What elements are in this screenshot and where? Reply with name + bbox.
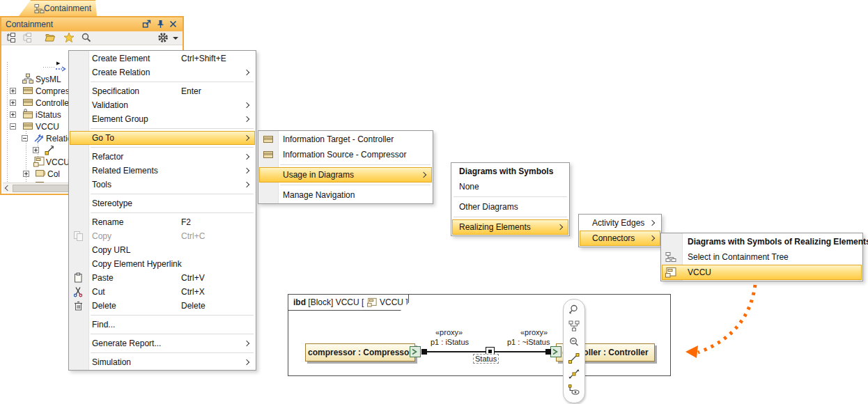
dependencies-icon[interactable] — [568, 368, 580, 380]
menu-item-go-to[interactable]: Go To — [70, 131, 255, 145]
float-icon[interactable] — [142, 20, 152, 29]
search-icon[interactable] — [81, 32, 92, 43]
expander-minus[interactable] — [22, 135, 28, 141]
smart-manipulator-toolbar — [563, 299, 585, 403]
open-folder-icon[interactable] — [45, 32, 56, 43]
right-port-label[interactable]: p1 : ~iStatus — [507, 338, 550, 346]
menu-separator — [70, 313, 255, 318]
expander-plus[interactable] — [33, 147, 39, 153]
item-flow-icon — [56, 61, 67, 72]
menu-item-other-diagrams[interactable]: Other Diagrams — [452, 199, 568, 215]
menu-item-label: Information Target - Controller — [283, 134, 394, 144]
compressor-proxy-port[interactable] — [410, 346, 421, 357]
menu-item-paste[interactable]: PasteCtrl+V — [70, 271, 255, 285]
right-port-stereotype: «proxy» — [520, 328, 548, 336]
pin-icon[interactable] — [156, 20, 166, 29]
menu-item-label: VCCU — [688, 267, 711, 277]
menu-item-tools[interactable]: Tools — [70, 178, 255, 192]
menu-item-cut[interactable]: CutCtrl+X — [70, 285, 255, 299]
menu-item-label: Delete — [92, 301, 116, 311]
zoom-selection-icon[interactable] — [568, 304, 580, 316]
menu-item-label: Information Source - Compressor — [283, 150, 406, 160]
expander-plus[interactable] — [23, 171, 29, 177]
menu-item-realizing-elements[interactable]: Realizing Elements — [452, 219, 568, 235]
menu-item-label: Select in Containment Tree — [688, 252, 789, 262]
menu-header-diagrams-with-symbols: Diagrams with Symbols — [452, 164, 568, 179]
expander-plus[interactable] — [10, 100, 16, 106]
flow-label-status[interactable]: Status — [473, 354, 499, 364]
menu-item-label: Find... — [92, 320, 115, 329]
scroll-left-icon[interactable] — [5, 185, 10, 191]
expander-plus[interactable] — [10, 88, 16, 94]
menu-item-information-target[interactable]: Information Target - Controller — [259, 132, 432, 147]
menu-item-manage-navigation[interactable]: Manage Navigation — [259, 187, 432, 203]
realizing-elements-submenu: Activity Edges Connectors — [578, 214, 662, 247]
usage-in-diagrams-icon[interactable] — [568, 320, 580, 332]
menu-item-specification[interactable]: SpecificationEnter — [70, 84, 255, 98]
panel-toolbar — [1, 31, 183, 45]
close-icon[interactable] — [169, 20, 178, 29]
submenu-arrow-icon — [244, 135, 249, 141]
connectors-submenu: Diagrams with Symbols of Realizing Eleme… — [660, 233, 863, 281]
menu-item-vccu-diagram[interactable]: VCCU — [662, 265, 862, 280]
menu-item-validation[interactable]: Validation — [70, 98, 255, 112]
expander-minus[interactable] — [10, 123, 16, 130]
zoom-out-icon[interactable] — [568, 336, 580, 348]
submenu-arrow-icon — [244, 168, 249, 173]
menu-item-element-group[interactable]: Element Group — [70, 112, 255, 126]
menu-item-simulation[interactable]: Simulation — [70, 355, 255, 369]
path-endpoints-icon[interactable] — [568, 352, 580, 364]
submenu-arrow-icon — [649, 235, 655, 241]
show-hide-parts-icon[interactable] — [568, 384, 580, 396]
menu-item-select-in-containment-tree[interactable]: Select in Containment Tree — [662, 249, 862, 265]
block-icon — [263, 134, 274, 145]
menu-item-copy-element-hyperlink[interactable]: Copy Element Hyperlink — [70, 257, 255, 271]
expander-plus[interactable] — [10, 111, 16, 118]
menu-item-rename[interactable]: RenameF2 — [70, 215, 255, 229]
interface-block-icon — [22, 109, 33, 120]
diagram-inner-name: VCCU ] — [378, 297, 408, 307]
expand-all-icon[interactable] — [21, 32, 32, 43]
settings-gear-icon[interactable] — [157, 32, 169, 43]
menu-item-find[interactable]: Find... — [70, 318, 255, 332]
menu-item-connectors[interactable]: Connectors — [580, 231, 660, 246]
menu-item-label: Activity Edges — [592, 218, 644, 228]
diagram-frame-header: ibd [Block] VCCU [ VCCU ] — [288, 294, 409, 311]
menu-item-create-relation[interactable]: Create Relation — [70, 65, 255, 79]
menu-item-label: Rename — [92, 217, 123, 227]
containment-tree-icon — [665, 251, 676, 263]
collapse-all-icon[interactable] — [5, 32, 16, 43]
menu-item-stereotype[interactable]: Stereotype — [70, 196, 255, 210]
menu-item-label: Copy Element Hyperlink — [92, 259, 182, 269]
cut-icon — [73, 286, 84, 297]
menu-item-delete[interactable]: DeleteDelete — [70, 299, 255, 313]
menu-separator — [70, 79, 255, 84]
block-icon — [22, 121, 33, 132]
menu-item-refactor[interactable]: Refactor — [70, 150, 255, 164]
menu-item-label: Simulation — [92, 357, 131, 367]
menu-header-diagrams-of-realizing-elements: Diagrams with Symbols of Realizing Eleme… — [662, 234, 862, 249]
menu-item-related-elements[interactable]: Related Elements — [70, 164, 255, 178]
menu-item-usage-in-diagrams[interactable]: Usage in Diagrams — [259, 167, 432, 182]
favorites-icon[interactable] — [63, 32, 75, 43]
menu-item-copy[interactable]: CopyCtrl+C — [70, 229, 255, 243]
menu-item-information-source[interactable]: Information Source - Compressor — [259, 147, 432, 162]
panel-title: Containment — [6, 20, 53, 29]
block-icon — [263, 149, 274, 160]
menu-item-label: Copy — [92, 231, 111, 241]
menu-item-none[interactable]: None — [452, 179, 568, 194]
paste-icon — [73, 272, 84, 283]
tab-label: Containment — [44, 3, 91, 13]
submenu-arrow-icon — [557, 224, 563, 230]
left-port-label[interactable]: p1 : iStatus — [431, 338, 469, 346]
menu-item-copy-url[interactable]: Copy URL — [70, 243, 255, 257]
controller-proxy-port[interactable] — [550, 346, 561, 357]
itemflow-direction-square — [421, 349, 427, 355]
compressor-part-block[interactable]: compressor : Compressor — [305, 343, 415, 362]
menu-item-generate-report[interactable]: Generate Report... — [70, 336, 255, 350]
gear-dropdown-caret-icon[interactable] — [173, 37, 178, 40]
menu-item-activity-edges[interactable]: Activity Edges — [580, 215, 660, 231]
menu-separator — [452, 215, 568, 219]
tab-containment[interactable]: Containment — [19, 0, 97, 16]
menu-item-create-element[interactable]: Create ElementCtrl+Shift+E — [70, 52, 255, 65]
